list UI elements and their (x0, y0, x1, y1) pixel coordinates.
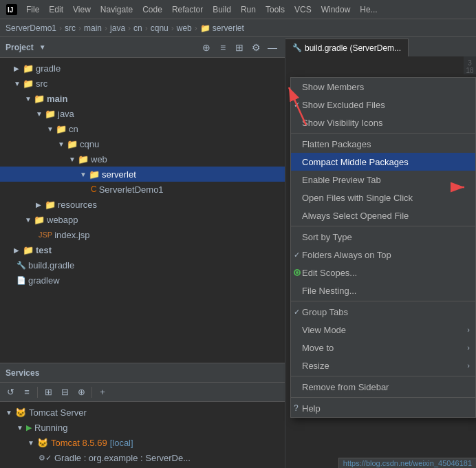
collapse-button[interactable]: ≡ (216, 41, 230, 54)
tree-item-test[interactable]: ▶ 📁 test (0, 242, 285, 257)
svg-text:IJ: IJ (8, 6, 13, 14)
ctx-resize[interactable]: Resize › (291, 357, 475, 374)
menu-run[interactable]: Run (237, 3, 260, 16)
tree-item-resources[interactable]: ▶ 📁 resources (0, 197, 285, 212)
tree-item-web[interactable]: ▼ 📁 web (0, 151, 285, 167)
breadcrumb-src[interactable]: src (65, 23, 76, 33)
ctx-label-move-to: Move to (302, 343, 334, 353)
srv-item-gradle[interactable]: ⚙✓ Gradle : org.example : ServerDe... (0, 450, 285, 465)
menu-window[interactable]: Window (317, 3, 355, 16)
ctx-edit-scopes[interactable]: Edit Scopes... (291, 264, 475, 281)
srv-item-running[interactable]: ▼ ▶ Running (0, 420, 285, 435)
tree-item-buildgradle[interactable]: 🔧 build.gradle (0, 257, 285, 273)
menu-build[interactable]: Build (208, 3, 235, 16)
menu-edit[interactable]: Edit (45, 3, 67, 16)
tab-buildgradle[interactable]: 🔧 build.gradle (ServerDem... (285, 39, 409, 56)
menu-refactor[interactable]: Refactor (168, 3, 207, 16)
ctx-move-to[interactable]: Move to › (291, 339, 475, 357)
ctx-show-visibility[interactable]: Show Visibility Icons (291, 114, 475, 131)
running-icon: ▶ (26, 423, 32, 432)
tree-item-indexjsp[interactable]: JSP index.jsp (0, 227, 285, 242)
panel-dropdown-caret[interactable]: ▼ (39, 43, 46, 51)
breadcrumb-cqnu[interactable]: cqnu (151, 23, 169, 33)
ctx-label-flatten-packages: Flatten Packages (302, 139, 371, 149)
menu-code[interactable]: Code (138, 3, 166, 16)
ctx-file-nesting[interactable]: File Nesting... (291, 281, 475, 299)
folder-webapp-icon: 📁 (34, 215, 45, 225)
ctx-folders-on-top[interactable]: ✓ Folders Always on Top (291, 246, 475, 264)
tree-label-serverlet: serverlet (102, 169, 136, 180)
srv-collapse-btn[interactable]: ≡ (19, 385, 34, 400)
ctx-sep-2 (291, 226, 475, 226)
srv-item-tomcat-instance[interactable]: ▼ 🐱 Tomcat 8.5.69 [local] (0, 435, 285, 450)
breadcrumb-web[interactable]: web (177, 23, 192, 33)
tree-item-serverletdemo1[interactable]: C ServerletDemo1 (0, 182, 285, 197)
breadcrumb-main[interactable]: main (84, 23, 102, 33)
srv-expand-btn[interactable]: ⊞ (41, 385, 56, 400)
ctx-label-remove-sidebar: Remove from Sidebar (302, 382, 389, 392)
folder-test-icon: 📁 (23, 245, 34, 255)
ctx-open-single-click[interactable]: Open Files with Single Click (291, 189, 475, 206)
srv-filter-btn[interactable]: ⊟ (57, 385, 72, 400)
ctx-sep-1 (291, 133, 475, 134)
ctx-show-excluded[interactable]: ✓ Show Excluded Files (291, 96, 475, 114)
close-panel-button[interactable]: — (266, 41, 279, 54)
expand-caret-webapp: ▼ (25, 216, 32, 224)
menu-file[interactable]: File (22, 3, 43, 16)
ctx-group-tabs[interactable]: ✓ Group Tabs (291, 303, 475, 321)
ctx-label-show-visibility: Show Visibility Icons (302, 118, 383, 128)
srv-add-btn[interactable]: + (95, 385, 110, 400)
folder-icon: 📁 (200, 23, 210, 33)
breadcrumb-serverlet[interactable]: 📁 serverlet (200, 23, 244, 33)
tree-item-webapp[interactable]: ▼ 📁 webapp (0, 212, 285, 227)
srv-more-btn[interactable]: ⊕ (74, 385, 89, 400)
ctx-always-select[interactable]: Always Select Opened File (291, 206, 475, 224)
menu-view[interactable]: View (69, 3, 95, 16)
ctx-label-show-excluded: Show Excluded Files (302, 100, 385, 110)
breadcrumb-cn[interactable]: cn (133, 23, 142, 33)
project-tree: ▶ 📁 gradle ▼ 📁 src ▼ 📁 main ▼ 📁 java (0, 58, 285, 363)
ctx-label-compact-middle: Compact Middle Packages (302, 157, 409, 167)
tree-item-cqnu[interactable]: ▼ 📁 cqnu (0, 136, 285, 151)
ctx-compact-middle-packages[interactable]: Compact Middle Packages (291, 153, 475, 171)
gradlew-icon: 📄 (17, 276, 26, 285)
gradle-file-icon: 🔧 (17, 261, 26, 270)
ctx-enable-preview[interactable]: Enable Preview Tab (291, 171, 475, 189)
menu-vcs[interactable]: VCS (290, 3, 316, 16)
tree-item-cn[interactable]: ▼ 📁 cn (0, 121, 285, 136)
srv-separator-2 (91, 387, 92, 398)
srv-refresh-btn[interactable]: ↺ (3, 385, 18, 400)
menu-help[interactable]: He... (356, 3, 381, 16)
menu-navigate[interactable]: Navigate (96, 3, 137, 16)
ctx-label-always-select: Always Select Opened File (302, 211, 409, 221)
expand-caret-serverlet: ▼ (80, 171, 87, 178)
breadcrumb-project[interactable]: ServerDemo1 (6, 23, 56, 33)
tree-item-src[interactable]: ▼ 📁 src (0, 76, 285, 91)
srv-item-tomcat-server[interactable]: ▼ 🐱 Tomcat Server (0, 405, 285, 420)
tree-item-gradlew[interactable]: 📄 gradlew (0, 273, 285, 288)
menu-tools[interactable]: Tools (261, 3, 289, 16)
ctx-remove-sidebar[interactable]: Remove from Sidebar (291, 378, 475, 396)
ctx-sort-by-type[interactable]: Sort by Type (291, 228, 475, 246)
tree-item-serverlet[interactable]: ▼ 📁 serverlet (0, 167, 285, 182)
locate-button[interactable]: ⊕ (199, 41, 213, 54)
expand-caret-java: ▼ (36, 110, 43, 118)
tree-item-gradle[interactable]: ▶ 📁 gradle (0, 61, 285, 76)
settings-gear-icon[interactable]: ⚙ (249, 41, 263, 54)
ctx-flatten-packages[interactable]: Flatten Packages (291, 135, 475, 153)
tree-item-java[interactable]: ▼ 📁 java (0, 106, 285, 121)
help-question-icon: ? (294, 403, 299, 413)
expand-caret-resources: ▶ (36, 201, 43, 209)
ctx-view-mode[interactable]: View Mode › (291, 321, 475, 339)
ctx-label-resize: Resize (302, 361, 329, 371)
tree-item-main[interactable]: ▼ 📁 main (0, 91, 285, 106)
app-logo: IJ (6, 3, 18, 16)
ctx-help[interactable]: ? Help (291, 399, 475, 417)
expand-caret-cn: ▼ (47, 125, 54, 133)
ctx-show-members[interactable]: Show Members (291, 78, 475, 96)
expand-caret-main: ▼ (25, 95, 32, 103)
options-button[interactable]: ⊞ (232, 41, 246, 54)
breadcrumb-java[interactable]: java (110, 23, 125, 33)
dot-icon-scopes (294, 269, 301, 276)
tree-label-test: test (36, 245, 52, 255)
